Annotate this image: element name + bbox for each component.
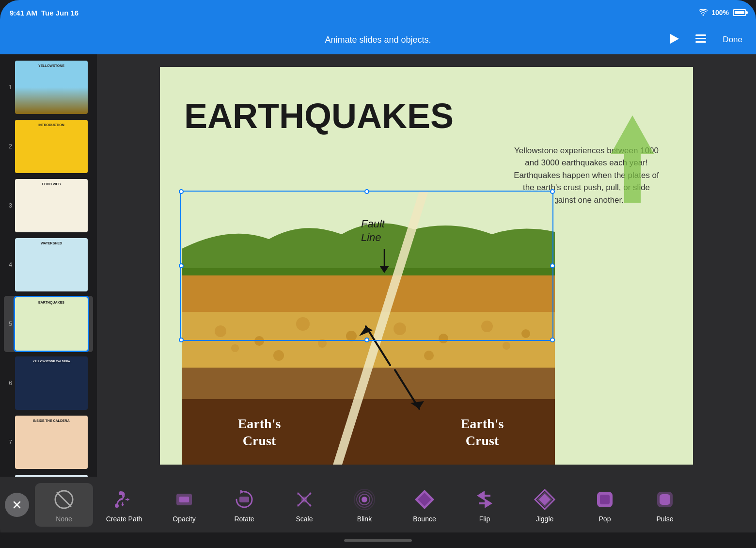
- svg-text:Earth's: Earth's: [461, 416, 504, 431]
- tool-blink[interactable]: Blink: [335, 483, 394, 527]
- slide-thumb-8[interactable]: 8: [4, 473, 93, 477]
- slide-thumb-1[interactable]: 1 YELLOWSTONE: [4, 59, 93, 115]
- svg-point-40: [115, 504, 119, 508]
- tool-pulse-label: Pulse: [656, 515, 673, 523]
- svg-point-14: [296, 317, 310, 331]
- play-button[interactable]: [666, 32, 683, 48]
- slide-thumb-4[interactable]: 4 WATERSHED: [4, 237, 93, 293]
- svg-point-63: [362, 497, 367, 502]
- svg-point-21: [273, 350, 284, 361]
- svg-line-39: [57, 493, 71, 506]
- status-bar-right: 100%: [699, 9, 746, 16]
- tool-jiggle[interactable]: Jiggle: [516, 483, 574, 527]
- slide-num-4: 4: [5, 261, 12, 268]
- status-bar-left: 9:41 AM Tue Jun 16: [10, 9, 79, 17]
- svg-marker-5: [611, 115, 654, 203]
- time: 9:41 AM: [10, 9, 37, 17]
- svg-marker-70: [539, 494, 551, 505]
- tool-scale[interactable]: Scale: [275, 483, 333, 527]
- bounce-icon: [412, 487, 437, 512]
- svg-rect-8: [182, 275, 555, 314]
- slide-thumb-2[interactable]: 2 INTRODUCTION: [4, 118, 93, 175]
- svg-rect-62: [301, 497, 307, 502]
- fault-line-label: FaultLine: [361, 217, 385, 245]
- jiggle-icon: [532, 487, 557, 512]
- svg-point-18: [481, 321, 493, 332]
- svg-rect-72: [600, 495, 610, 504]
- svg-point-16: [394, 322, 406, 335]
- svg-marker-46: [127, 498, 129, 501]
- tool-create-path-label: Create Path: [106, 515, 142, 523]
- slide-img-1: YELLOWSTONE: [15, 61, 88, 114]
- svg-point-19: [521, 329, 530, 338]
- svg-marker-49: [121, 504, 124, 506]
- battery-icon: [733, 9, 746, 16]
- tool-opacity[interactable]: Opacity: [155, 483, 213, 527]
- slide-panel: 1 YELLOWSTONE 2 INTRODUCTION 3 FOOD WEB: [0, 54, 97, 477]
- tool-blink-label: Blink: [357, 515, 372, 523]
- tool-bounce[interactable]: Bounce: [395, 483, 454, 527]
- status-bar: 9:41 AM Tue Jun 16 100%: [0, 0, 756, 25]
- slide-img-7: INSIDE THE CALDERA: [15, 416, 88, 469]
- slide-canvas: EARTHQUAKES Yellowstone experiences betw…: [160, 67, 693, 465]
- tool-bounce-label: Bounce: [413, 515, 436, 523]
- toolbar-right: Done: [666, 32, 746, 48]
- svg-point-20: [231, 344, 239, 352]
- slide-thumb-3[interactable]: 3 FOOD WEB: [4, 177, 93, 234]
- svg-point-23: [424, 351, 434, 360]
- tool-rotate-label: Rotate: [234, 515, 254, 523]
- slide-img-5: EARTHQUAKES: [15, 297, 88, 351]
- tool-none[interactable]: None: [35, 483, 93, 527]
- svg-marker-0: [670, 34, 679, 44]
- circle-slash-icon: [51, 487, 77, 512]
- tool-create-path[interactable]: Create Path: [95, 483, 153, 527]
- slide-thumb-5[interactable]: 5 EARTHQUAKES: [4, 296, 93, 352]
- svg-point-15: [346, 331, 357, 341]
- svg-rect-74: [660, 494, 670, 505]
- close-button[interactable]: [5, 493, 29, 517]
- home-bar: [344, 539, 412, 542]
- svg-point-24: [503, 342, 510, 350]
- toolbar-title: Animate slides and objects.: [325, 35, 431, 45]
- canvas-area: EARTHQUAKES Yellowstone experiences betw…: [97, 54, 756, 477]
- slide-num-1: 1: [5, 84, 12, 91]
- wifi-icon: [699, 9, 708, 16]
- tool-flip[interactable]: Flip: [456, 483, 514, 527]
- slide-num-2: 2: [5, 143, 12, 150]
- tool-jiggle-label: Jiggle: [536, 515, 554, 523]
- svg-rect-3: [695, 41, 706, 43]
- slide-num-6: 6: [5, 380, 12, 387]
- svg-point-12: [215, 325, 226, 337]
- green-arrow-top: [611, 115, 654, 203]
- svg-text:Crust: Crust: [466, 433, 499, 448]
- tool-rotate[interactable]: Rotate: [215, 483, 273, 527]
- pop-icon: [592, 487, 617, 512]
- slide-num-3: 3: [5, 202, 12, 209]
- svg-point-13: [254, 336, 264, 346]
- svg-rect-2: [695, 38, 706, 39]
- slide-img-8: [15, 475, 88, 477]
- tool-none-label: None: [56, 515, 72, 523]
- home-indicator: [0, 532, 756, 548]
- slide-thumb-6[interactable]: 6 YELLOWSTONE CALDERA: [4, 355, 93, 411]
- tool-pop[interactable]: Pop: [576, 483, 634, 527]
- slide-thumb-7[interactable]: 7 INSIDE THE CALDERA: [4, 414, 93, 470]
- create-path-icon: [111, 487, 137, 512]
- svg-rect-53: [239, 497, 249, 502]
- slide-img-2: INTRODUCTION: [15, 120, 88, 173]
- done-button[interactable]: Done: [719, 33, 746, 47]
- fault-line-arrow: [377, 249, 392, 273]
- slide-img-3: FOOD WEB: [15, 179, 88, 232]
- toolbar: Animate slides and objects. Done: [0, 25, 756, 54]
- rotate-icon: [232, 487, 257, 512]
- tool-pop-label: Pop: [599, 515, 611, 523]
- svg-rect-1: [695, 34, 706, 36]
- svg-text:Crust: Crust: [243, 433, 276, 448]
- list-button[interactable]: [692, 32, 710, 48]
- svg-point-22: [318, 339, 327, 348]
- slide-num-5: 5: [5, 321, 12, 327]
- battery-percent: 100%: [711, 9, 729, 16]
- bottom-toolbar: None Create Path: [0, 477, 756, 532]
- tool-pulse[interactable]: Pulse: [636, 483, 694, 527]
- pulse-icon: [652, 487, 677, 512]
